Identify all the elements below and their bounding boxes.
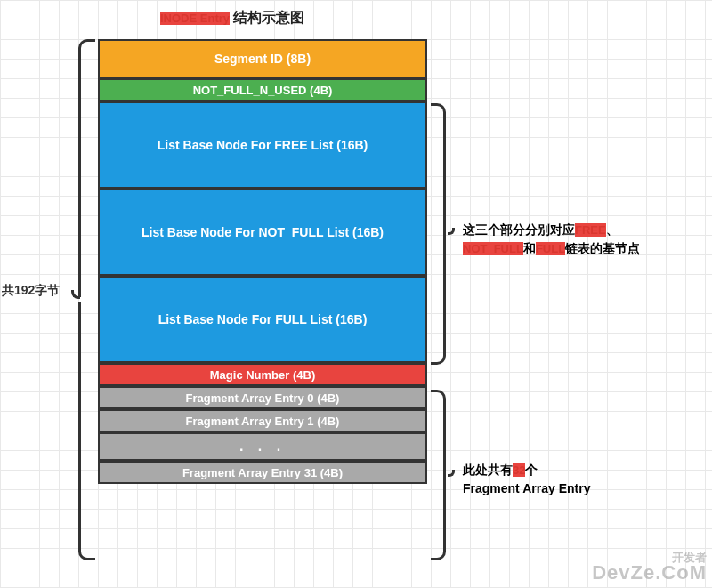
cell-frag-1: Fragment Array Entry 1 (4B): [98, 409, 427, 432]
cell-frag-31: Fragment Array Entry 31 (4B): [98, 461, 427, 484]
right-brace-frag: [432, 390, 449, 560]
left-brace: [71, 39, 96, 560]
title-red: INODE Entry: [160, 12, 230, 25]
diagram-title: INODE Entry 结构示意图: [160, 9, 304, 28]
cell-magic: Magic Number (4B): [98, 363, 427, 386]
cell-not-full-n-used: NOT_FULL_N_USED (4B): [98, 78, 427, 101]
cell-dots: . . .: [98, 432, 427, 461]
left-size-label: 共192字节: [2, 283, 60, 299]
inode-stack: Segment ID (8B) NOT_FULL_N_USED (4B) Lis…: [98, 39, 427, 484]
cell-segment-id: Segment ID (8B): [98, 39, 427, 78]
cell-list-notfull: List Base Node For NOT_FULL List (16B): [98, 189, 427, 276]
annotation-frag: 此处共有32个 Fragment Array Entry: [463, 461, 694, 498]
title-rest: 结构示意图: [230, 10, 304, 25]
watermark: 开发者 DevZe.CoM: [592, 552, 707, 583]
annotation-lists: 这三个部分分别对应FREE、 NOT_FULL和FULL链表的基节点: [463, 221, 694, 258]
cell-list-free: List Base Node For FREE List (16B): [98, 101, 427, 189]
cell-frag-0: Fragment Array Entry 0 (4B): [98, 386, 427, 409]
cell-list-full: List Base Node For FULL List (16B): [98, 276, 427, 363]
right-brace-lists: [432, 103, 449, 365]
